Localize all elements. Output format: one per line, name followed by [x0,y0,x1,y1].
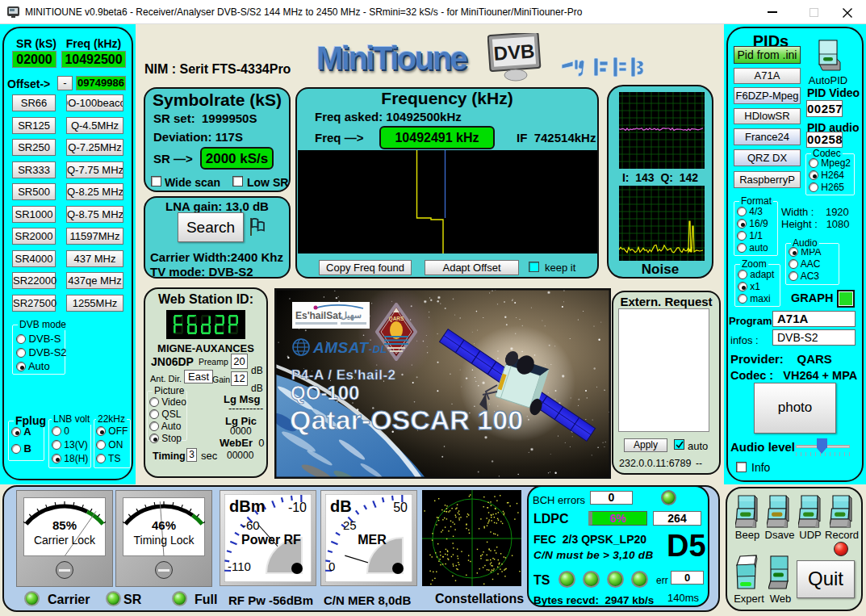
svg-text:dBm: dBm [229,497,265,515]
svg-text:-110: -110 [228,559,251,573]
svg-text:25: 25 [343,518,357,532]
svg-text:50: 50 [393,501,408,514]
svg-text:QARS: QARS [389,316,404,322]
svg-text:Timing Lock: Timing Lock [134,534,195,547]
svg-text:Carrier Lock: Carrier Lock [34,534,96,547]
svg-text:سهيل: سهيل [341,310,362,321]
svg-text:MER: MER [358,533,387,547]
svg-text:dB: dB [330,497,352,515]
svg-text:85%: 85% [52,518,77,532]
svg-text:Qatar-OSCAR 100: Qatar-OSCAR 100 [290,404,523,435]
svg-text:Es'hailSat: Es'hailSat [295,310,341,321]
svg-text:-60: -60 [242,518,260,532]
svg-text:DVB: DVB [493,40,535,64]
svg-text:-10: -10 [288,501,307,514]
svg-text:Power RF: Power RF [241,533,301,547]
svg-text:QO-100: QO-100 [291,382,359,404]
svg-text:46%: 46% [152,518,176,532]
svg-text:P4-A / Es'hail-2: P4-A / Es'hail-2 [291,367,396,383]
svg-text:0: 0 [328,559,335,573]
